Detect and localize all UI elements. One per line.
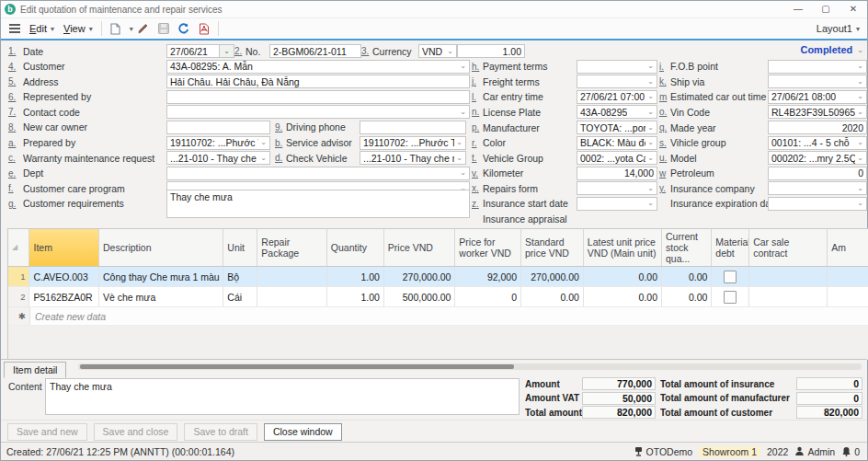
chevron-down-icon[interactable]: ⌄	[258, 155, 267, 162]
cell-am[interactable]	[828, 267, 868, 286]
form-field[interactable]	[360, 121, 466, 134]
column-header-price-vnd[interactable]: Price VND	[384, 229, 455, 266]
column-header-description[interactable]: Description	[99, 229, 223, 266]
form-field[interactable]: 00101: ...4 - 5 chỗ⌄	[768, 136, 867, 150]
form-field[interactable]: ⌄	[577, 181, 657, 195]
cell-price-vnd[interactable]: 270,000.00	[384, 267, 455, 286]
form-field[interactable]: ...21-010 - Thay che mưa⌄	[360, 151, 466, 165]
menu-edit[interactable]: Edit ▾	[25, 19, 59, 38]
cell-item[interactable]: P5162BZA0R	[29, 287, 99, 306]
form-field[interactable]: 43A-08295⌄	[577, 105, 657, 119]
chevron-down-icon[interactable]: ⌄	[855, 200, 863, 207]
form-field[interactable]: RL4B23F39L509657⌄	[768, 105, 867, 119]
refresh-icon[interactable]	[176, 20, 192, 37]
chevron-down-icon[interactable]: ⌄	[855, 155, 863, 162]
chevron-down-icon[interactable]: ⌄	[855, 185, 863, 192]
exchange-rate-field[interactable]: 1.00	[457, 44, 525, 58]
table-row[interactable]: 2P5162BZA0RVè che mưaCái1.00500,000.0000…	[8, 287, 868, 307]
cell-car-sale-contract[interactable]	[749, 267, 828, 286]
save-icon[interactable]	[155, 20, 172, 37]
form-field[interactable]: BLACK: Màu đen⌄	[577, 136, 657, 150]
chevron-down-icon[interactable]: ⌄	[645, 124, 654, 132]
user-indicator[interactable]: Admin	[794, 446, 835, 457]
form-field[interactable]: 19110702: ...Phước Thiện⌄	[166, 136, 270, 150]
column-header-price-for-worker-vnd[interactable]: Price for worker VND	[455, 229, 521, 266]
select-all-icon[interactable]: ◢	[12, 243, 17, 251]
horizontal-scrollbar[interactable]	[78, 363, 862, 370]
form-field[interactable]: Hải Châu. Hải Châu, Đà Nẵng	[166, 75, 470, 88]
pdf-export-icon[interactable]	[196, 20, 212, 37]
cell-current-stock-qua-[interactable]: 0.00	[662, 287, 712, 306]
quotation-number-field[interactable]: 2-BGM06/21-011	[269, 44, 361, 58]
chevron-down-icon[interactable]: ⌄	[458, 169, 466, 177]
cell-car-sale-contract[interactable]	[749, 287, 828, 306]
currency-select[interactable]: VND⌄	[418, 44, 457, 58]
quotation-status-dropdown[interactable]: Completed ⌄	[766, 44, 863, 55]
chevron-down-icon[interactable]: ⌄	[855, 109, 863, 116]
close-icon[interactable]: ✕	[839, 1, 867, 17]
tab-item-detail[interactable]: Item detail	[4, 362, 66, 378]
form-field[interactable]: 27/06/21 07:00⌄	[577, 90, 657, 104]
form-field[interactable]: TOYOTA: ...poration⌄	[577, 121, 657, 134]
form-field[interactable]	[166, 121, 270, 134]
column-header-selector[interactable]: ◢	[8, 229, 29, 266]
material-debt-checkbox[interactable]	[724, 291, 737, 304]
cell-material-debt[interactable]	[712, 287, 749, 306]
save-and-new-button[interactable]: Save and new	[7, 423, 87, 441]
cell-latest-unit-price-vnd-main-unit-[interactable]: 0.00	[584, 267, 662, 286]
form-field[interactable]: 19110702: ...Phước Thiện⌄	[360, 136, 466, 150]
form-field[interactable]: 27/06/21 08:00⌄	[768, 90, 867, 104]
form-field[interactable]: ...21-010 - Thay che mưa⌄	[166, 151, 270, 165]
form-field[interactable]: ⌄	[166, 105, 470, 119]
form-field[interactable]: 0002: ...yota Camry⌄	[577, 151, 657, 165]
column-header-current-stock-qua-[interactable]: Current stock qua...	[662, 229, 712, 266]
column-header-car-sale-contract[interactable]: Car sale contract	[749, 229, 828, 266]
chevron-down-icon[interactable]: ⌄	[855, 63, 863, 70]
chevron-down-icon[interactable]: ⌄	[645, 139, 654, 146]
table-row[interactable]: 1C.AVEO.003Công thay Che mưa 1 màuBộ1.00…	[8, 267, 868, 287]
cell-repair-package[interactable]	[257, 267, 327, 286]
save-to-draft-button[interactable]: Save to draft	[184, 423, 257, 441]
cell-latest-unit-price-vnd-main-unit-[interactable]: 0.00	[584, 287, 662, 306]
new-row[interactable]: ✱Create new data	[8, 307, 868, 326]
form-field[interactable]: Thay che mưa	[166, 190, 470, 218]
chevron-down-icon[interactable]: ⌄	[458, 109, 466, 116]
material-debt-checkbox[interactable]	[724, 271, 737, 283]
cell-price-vnd[interactable]: 500,000.00	[384, 287, 455, 306]
form-field[interactable]: ⌄	[768, 75, 867, 88]
chevron-down-icon[interactable]: ⌄	[454, 155, 463, 162]
column-header-unit[interactable]: Unit	[223, 229, 257, 266]
cell-current-stock-qua-[interactable]: 0.00	[662, 267, 712, 286]
chevron-down-icon[interactable]: ⌄	[645, 63, 654, 70]
edit-pencil-icon[interactable]	[135, 20, 152, 37]
cell-standard-price-vnd[interactable]: 0.00	[521, 287, 584, 306]
save-and-close-button[interactable]: Save and close	[94, 423, 178, 441]
cell-quantity[interactable]: 1.00	[327, 287, 384, 306]
form-field[interactable]: ⌄	[768, 197, 867, 211]
cell-repair-package[interactable]	[257, 287, 327, 306]
form-field[interactable]: ⌄	[577, 75, 657, 88]
column-header-repair-package[interactable]: Repair Package	[257, 229, 327, 266]
chevron-down-icon[interactable]: ⌄	[220, 44, 234, 58]
form-field[interactable]: 43A-08295: A. Mẫn⌄	[166, 60, 470, 74]
hamburger-icon[interactable]	[6, 20, 23, 37]
form-field[interactable]: 000202: ...mry 2.5Q⌄	[768, 151, 867, 165]
chevron-down-icon[interactable]: ⌄	[458, 63, 466, 70]
fiscal-year[interactable]: 2022	[767, 446, 788, 457]
form-field[interactable]: ⌄	[166, 167, 470, 180]
notifications-indicator[interactable]: 0	[841, 446, 860, 457]
column-header-latest-unit-price-vnd-main-unit-[interactable]: Latest unit price VND (Main unit)	[584, 229, 662, 266]
chevron-down-icon[interactable]: ⌄	[645, 185, 654, 192]
column-header-standard-price-vnd[interactable]: Standard price VND	[521, 229, 584, 266]
database-indicator[interactable]: OTODemo	[634, 446, 693, 457]
cell-item[interactable]: C.AVEO.003	[29, 267, 99, 286]
chevron-down-icon[interactable]: ⌄	[645, 93, 654, 100]
cell-unit[interactable]: Cái	[223, 287, 257, 306]
column-header-item[interactable]: Item	[29, 229, 99, 266]
column-header-am[interactable]: Am	[828, 229, 868, 266]
new-document-icon[interactable]	[108, 20, 124, 37]
showroom-selector[interactable]: Showroom 1	[699, 446, 760, 457]
chevron-down-icon[interactable]: ⌄	[645, 78, 654, 86]
column-header-material-debt[interactable]: Material debt	[712, 229, 749, 266]
date-field[interactable]: 27/06/21	[166, 44, 220, 58]
